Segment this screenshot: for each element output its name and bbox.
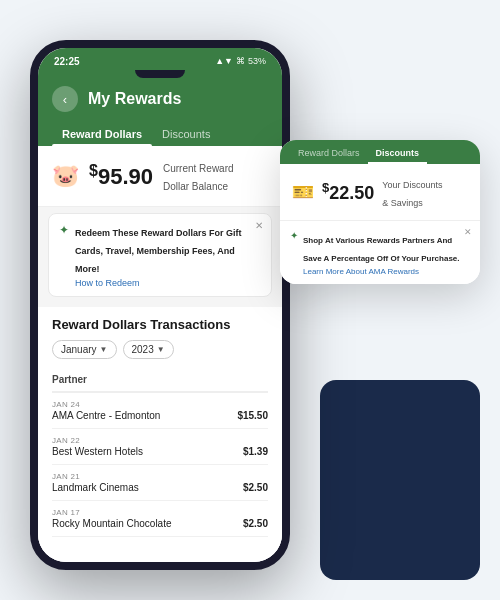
discount-tab-bar: Reward Dollars Discounts <box>280 140 480 164</box>
tx-details-3: Rocky Mountain Chocolate $2.50 <box>52 518 268 529</box>
transaction-row: JAN 17 Rocky Mountain Chocolate $2.50 <box>52 501 268 537</box>
main-phone: 22:25 ▲▼ ⌘ 53% ‹ My Rewards Reward Dolla… <box>30 40 290 570</box>
tab-reward-dollars[interactable]: Reward Dollars <box>52 122 152 146</box>
year-filter[interactable]: 2023 ▼ <box>123 340 174 359</box>
promo-content: Redeem These Reward Dollars For Gift Car… <box>75 222 261 288</box>
discount-amount-block: $22.50 <box>322 180 374 204</box>
discount-promo-text: Shop At Various Rewards Partners And Sav… <box>303 236 460 263</box>
balance-label: Current RewardDollar Balance <box>163 158 234 194</box>
phone-content: 🐷 $95.90 Current RewardDollar Balance ✦ … <box>38 146 282 562</box>
tx-date-1: JAN 22 <box>52 436 268 445</box>
page-title: My Rewards <box>88 90 181 108</box>
month-arrow-icon: ▼ <box>100 345 108 354</box>
notch <box>38 70 282 80</box>
back-icon: ‹ <box>63 92 67 107</box>
discount-value: 22.50 <box>329 183 374 203</box>
tx-details-2: Landmark Cinemas $2.50 <box>52 482 268 493</box>
column-partner: Partner <box>52 374 87 385</box>
tx-amount-1: $1.39 <box>243 446 268 457</box>
month-filter[interactable]: January ▼ <box>52 340 117 359</box>
transactions-title: Reward Dollars Transactions <box>52 317 268 332</box>
promo-link[interactable]: How to Redeem <box>75 278 261 288</box>
transaction-row: JAN 22 Best Western Hotels $1.39 <box>52 429 268 465</box>
tx-name-1: Best Western Hotels <box>52 446 143 457</box>
status-bar: 22:25 ▲▼ ⌘ 53% <box>38 48 282 70</box>
balance-amount: $95.90 <box>89 162 153 190</box>
balance-amount-block: $95.90 <box>89 162 153 190</box>
promo-banner: ✦ Redeem These Reward Dollars For Gift C… <box>48 213 272 297</box>
promo-text: Redeem These Reward Dollars For Gift Car… <box>75 228 242 274</box>
discount-promo-star-icon: ✦ <box>290 230 298 241</box>
transaction-row: JAN 24 AMA Centre - Edmonton $15.50 <box>52 393 268 429</box>
promo-star-icon: ✦ <box>59 223 69 237</box>
discount-promo-link[interactable]: Learn More About AMA Rewards <box>303 267 470 276</box>
scene: 22:25 ▲▼ ⌘ 53% ‹ My Rewards Reward Dolla… <box>20 20 480 580</box>
discount-promo-close-button[interactable]: ✕ <box>464 227 472 237</box>
currency-symbol: $ <box>89 162 98 179</box>
tx-details-1: Best Western Hotels $1.39 <box>52 446 268 457</box>
discount-promo-content: Shop At Various Rewards Partners And Sav… <box>303 229 470 276</box>
filters-row: January ▼ 2023 ▼ <box>52 340 268 359</box>
discount-promo-banner: ✦ Shop At Various Rewards Partners And S… <box>280 221 480 284</box>
status-time: 22:25 <box>54 56 80 67</box>
tx-amount-2: $2.50 <box>243 482 268 493</box>
discount-tab-discounts[interactable]: Discounts <box>368 144 428 164</box>
battery-text: 53% <box>248 56 266 66</box>
transaction-row: JAN 21 Landmark Cinemas $2.50 <box>52 465 268 501</box>
back-button[interactable]: ‹ <box>52 86 78 112</box>
signal-icon: ▲▼ <box>215 56 233 66</box>
tx-date-3: JAN 17 <box>52 508 268 517</box>
tx-name-0: AMA Centre - Edmonton <box>52 410 160 421</box>
tx-name-2: Landmark Cinemas <box>52 482 139 493</box>
tx-amount-0: $15.50 <box>237 410 268 421</box>
tx-amount-3: $2.50 <box>243 518 268 529</box>
year-label: 2023 <box>132 344 154 355</box>
wifi-icon: ⌘ <box>236 56 245 66</box>
phone-header: ‹ My Rewards <box>38 80 282 122</box>
tx-details-0: AMA Centre - Edmonton $15.50 <box>52 410 268 421</box>
tab-bar: Reward Dollars Discounts <box>38 122 282 146</box>
month-label: January <box>61 344 97 355</box>
tx-name-3: Rocky Mountain Chocolate <box>52 518 172 529</box>
year-arrow-icon: ▼ <box>157 345 165 354</box>
tx-date-0: JAN 24 <box>52 400 268 409</box>
discount-tab-reward-dollars[interactable]: Reward Dollars <box>290 144 368 164</box>
promo-close-button[interactable]: ✕ <box>255 220 263 231</box>
balance-card: 🐷 $95.90 Current RewardDollar Balance <box>38 146 282 207</box>
balance-value: 95.90 <box>98 164 153 189</box>
tx-date-2: JAN 21 <box>52 472 268 481</box>
discount-card: Reward Dollars Discounts 🎫 $22.50 Your D… <box>280 140 480 284</box>
tab-discounts[interactable]: Discounts <box>152 122 220 146</box>
discount-icon: 🎫 <box>292 181 314 203</box>
balance-icon: 🐷 <box>52 163 79 189</box>
discount-balance-card: 🎫 $22.50 Your Discounts& Savings <box>280 164 480 221</box>
status-icons: ▲▼ ⌘ 53% <box>215 56 266 66</box>
transactions-section: Reward Dollars Transactions January ▼ 20… <box>38 307 282 562</box>
notch-pill <box>135 70 185 78</box>
background-accent <box>320 380 480 580</box>
discount-label: Your Discounts& Savings <box>382 174 442 210</box>
table-header: Partner <box>52 369 268 393</box>
